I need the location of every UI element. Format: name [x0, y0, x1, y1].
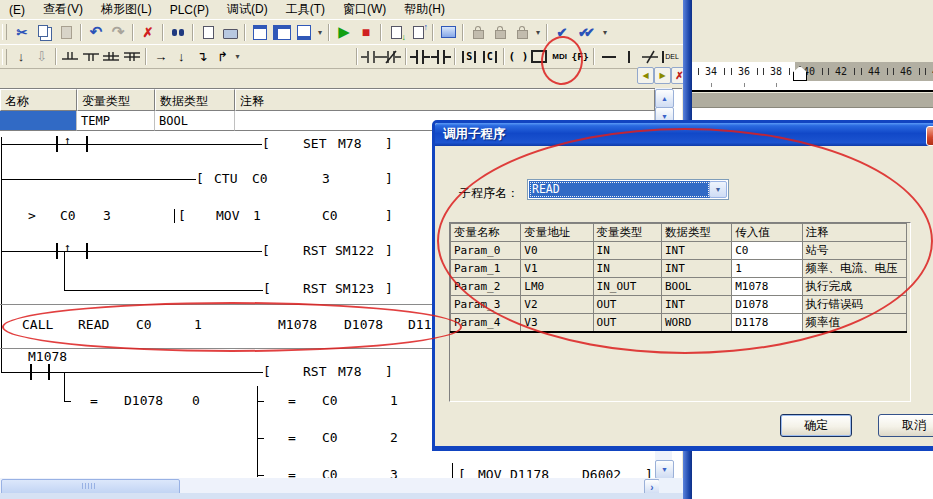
output-coil-icon[interactable]: ( )	[508, 47, 529, 67]
call-subroutine-dialog: 调用子程序 ✕ 子程序名： READ ▼ 变量名称 变量地址 变量类型 数据类型…	[432, 120, 933, 451]
scroll-up-button[interactable]: ▲	[655, 89, 674, 108]
lock-all-icon[interactable]	[511, 22, 533, 42]
param-value-input[interactable]: 1	[732, 260, 802, 278]
window-layout-1-icon[interactable]	[249, 22, 271, 42]
contact-nc-icon[interactable]	[381, 47, 402, 67]
stop-icon[interactable]: ■	[355, 22, 377, 42]
unlock-icon[interactable]	[489, 22, 511, 42]
delete-line-icon[interactable]	[640, 47, 661, 67]
lock-icon[interactable]	[467, 22, 489, 42]
contact-no-icon[interactable]	[361, 47, 382, 67]
function-box-icon[interactable]	[529, 47, 550, 67]
insert-down-outline-icon[interactable]: ⇩	[31, 47, 52, 67]
ladder-left-rail	[1, 137, 2, 372]
menu-help[interactable]: 帮助(H)	[395, 0, 454, 20]
insert-down-icon[interactable]: ↓	[11, 47, 32, 67]
window-layout-3-icon[interactable]	[293, 22, 315, 42]
var-col-comment: 注释	[235, 89, 655, 111]
ruler: 34 36 38 40 42 44 46 48	[692, 62, 933, 81]
junction-cross-up-icon[interactable]	[101, 47, 122, 67]
cancel-button[interactable]: 取消	[878, 414, 933, 437]
toolbar-grip	[2, 49, 7, 65]
subroutine-name-label: 子程序名：	[459, 185, 519, 202]
menu-ladder[interactable]: 梯形图(L)	[92, 0, 161, 20]
subroutine-select[interactable]: READ ▼	[527, 179, 729, 200]
contact-label: M1078	[28, 350, 67, 364]
junction-down-icon[interactable]	[60, 47, 81, 67]
var-cell-datatype[interactable]: BOOL	[155, 111, 235, 131]
compile-all-icon[interactable]: ✔✔	[573, 22, 600, 42]
var-cell-name-selected[interactable]	[0, 111, 77, 131]
var-col-name: 名称	[0, 89, 77, 111]
subroutine-selected-value: READ	[529, 181, 710, 198]
copy-icon[interactable]	[33, 22, 55, 42]
menu-tools[interactable]: 工具(T)	[277, 0, 334, 20]
param-value-input[interactable]: D1078	[732, 296, 802, 314]
param-value-input[interactable]: D1178	[732, 314, 802, 333]
vline-icon[interactable]	[619, 47, 640, 67]
junction-cross-down-icon[interactable]	[122, 47, 143, 67]
line-down-icon[interactable]: ↓	[171, 47, 192, 67]
chevron-down-icon[interactable]: ▼	[709, 181, 727, 198]
junction-up-icon[interactable]	[81, 47, 102, 67]
upload-icon[interactable]: ↑	[407, 22, 429, 42]
param-value-input[interactable]: M1078	[732, 278, 802, 296]
nav-prev-button[interactable]: ◀	[637, 67, 654, 84]
set-coil-icon[interactable]: S	[459, 47, 480, 67]
menu-view[interactable]: 查看(V)	[34, 0, 92, 20]
delete-icon[interactable]: ✗	[137, 22, 159, 42]
contact-immediate-icon[interactable]	[410, 47, 431, 67]
toolbar-grip	[2, 24, 7, 40]
compile-check-icon[interactable]: ✔	[551, 22, 573, 42]
contact-immediate-nc-icon[interactable]	[430, 47, 451, 67]
nav-next-button[interactable]: ▶	[654, 67, 671, 84]
mdi-icon[interactable]: MDI	[549, 47, 570, 67]
rung1-op: SET	[303, 137, 326, 151]
dialog-title: 调用子程序	[435, 126, 506, 143]
window-layout-2-icon[interactable]	[271, 22, 293, 42]
count-coil-icon[interactable]: C	[480, 47, 501, 67]
ok-button[interactable]: 确定	[780, 414, 852, 437]
f-instruction-icon[interactable]: {F}	[570, 47, 591, 67]
undo-icon[interactable]: ↶	[85, 22, 107, 42]
window-layout-caret-icon[interactable]: ▾	[315, 28, 325, 37]
download-icon[interactable]: ↓	[385, 22, 407, 42]
print-preview-icon[interactable]	[197, 22, 219, 42]
var-col-vartype: 变量类型	[77, 89, 155, 111]
param-row: Param_1 V1 IN INT 1 频率、电流、电压	[451, 260, 907, 278]
rung7-op: RST	[303, 365, 326, 379]
param-value-input[interactable]: C0	[732, 242, 802, 260]
var-col-datatype: 数据类型	[155, 89, 235, 111]
redo-icon[interactable]: ↷	[107, 22, 129, 42]
cut-icon[interactable]: ✂	[11, 22, 33, 42]
param-row: Param_2 LM0 IN_OUT BOOL M1078 执行完成	[451, 278, 907, 296]
menu-bar: (E) 查看(V) 梯形图(L) PLC(P) 调试(D) 工具(T) 窗口(W…	[0, 0, 690, 19]
hline-icon[interactable]	[598, 47, 619, 67]
paste-icon[interactable]	[55, 22, 77, 42]
menu-edit[interactable]: (E)	[0, 1, 34, 19]
line-corner-down-icon[interactable]: ↴	[192, 47, 213, 67]
print-icon[interactable]	[219, 22, 241, 42]
rung4-op: RST	[303, 244, 326, 258]
menu-window[interactable]: 窗口(W)	[334, 0, 395, 20]
delete-vline-icon[interactable]: DEL	[660, 47, 681, 67]
close-icon[interactable]: ✕	[926, 126, 933, 146]
lock-caret-icon[interactable]: ▾	[533, 28, 543, 37]
var-cell-vartype[interactable]: TEMP	[77, 111, 155, 131]
compile-caret-icon[interactable]: ▾	[600, 28, 610, 37]
rung2-op: CTU	[214, 172, 237, 186]
scroll-down-button-2[interactable]: ▼	[655, 460, 674, 479]
dialog-titlebar[interactable]: 调用子程序	[435, 123, 933, 146]
monitor-icon[interactable]	[437, 22, 459, 42]
line-caret-icon[interactable]: ▾	[233, 52, 242, 61]
toolbar-ladder: ↓ ⇩ → ↓ ↴ ↱ ▾ S C ( ) MDI {F} DEL ▾	[0, 44, 690, 69]
call-op: CALL	[22, 318, 53, 332]
menu-plc[interactable]: PLC(P)	[161, 1, 218, 19]
line-right-icon[interactable]: →	[150, 47, 171, 67]
find-icon[interactable]	[167, 22, 189, 42]
param-table-header: 变量名称 变量地址 变量类型 数据类型 传入值 注释	[451, 224, 907, 242]
menu-debug[interactable]: 调试(D)	[218, 0, 277, 20]
run-icon[interactable]: ▶	[333, 22, 355, 42]
line-corner-up-icon[interactable]: ↱	[212, 47, 233, 67]
param-table: 变量名称 变量地址 变量类型 数据类型 传入值 注释 Param_0 V0 IN…	[449, 222, 911, 402]
